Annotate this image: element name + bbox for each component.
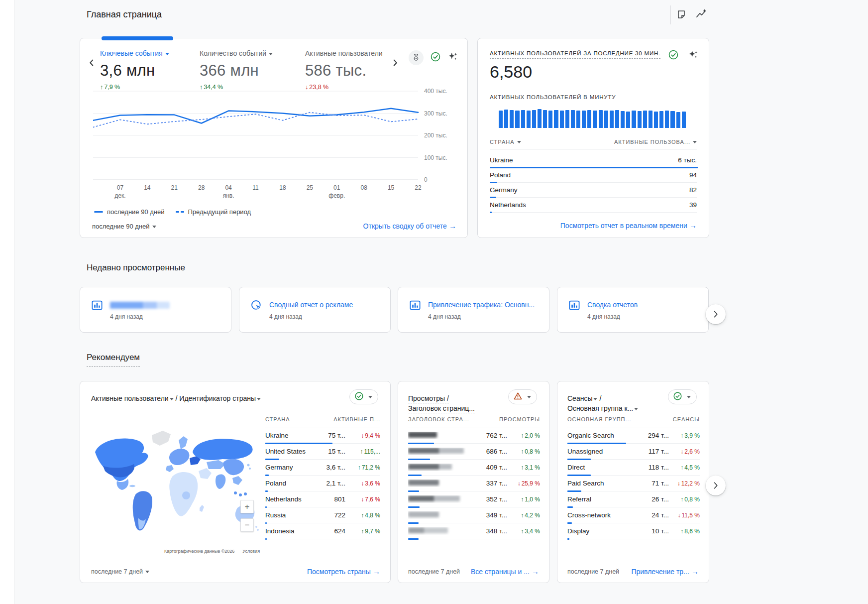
realtime-col-users[interactable]: АКТИВНЫЕ ПОЛЬЗОВА... [614,139,697,145]
table-row: Germany82 [490,183,697,198]
metric-value: 366 млн [200,62,299,80]
table-row: 337 т...25,9 % [408,476,540,491]
dimension-selector[interactable]: Идентификатор страны [179,394,261,402]
table-row: Ukraine75 т...9,4 % [265,428,380,444]
realtime-active-users-value: 6,580 [490,62,532,82]
period-label[interactable]: последние 7 дней [567,568,619,575]
recommended-scroll-next-button[interactable] [706,476,726,495]
svg-text:янв.: янв. [223,192,234,199]
overview-metrics-card: Ключевые события 3,6 млн 7,9 % Количеств… [80,38,468,238]
col-header-sessions: СЕАНСЫ [673,416,700,424]
period-label[interactable]: последние 7 дней [408,568,460,575]
svg-text:300 тыс.: 300 тыс. [424,110,447,117]
gemini-sparkle-icon[interactable] [688,49,699,62]
chevron-down-icon [687,396,691,400]
status-ok-icon[interactable] [430,51,441,64]
svg-text:07: 07 [117,184,124,191]
recent-card-redacted[interactable]: 4 дня назад [80,287,231,333]
metrics-prev-chevron-icon[interactable] [85,56,98,69]
recent-card-traffic-acquisition[interactable]: Привлечение трафика: Основн... 4 дня наз… [398,287,549,333]
data-quality-pill[interactable] [668,389,697,404]
recommended-title: Рекомендуем [87,353,140,366]
legend-solid-swatch [94,211,103,213]
chevron-down-icon [368,396,372,400]
svg-text:дек.: дек. [114,192,125,199]
recently-viewed-title: Недавно просмотренные [87,263,185,273]
all-pages-link[interactable]: Все страницы и ... [471,567,539,576]
header-divider [670,5,671,24]
col-header-page-title: ЗАГОЛОВОК СТРА... [408,416,469,424]
table-row: Indonesia6249,7 % [265,523,380,539]
chevron-down-icon [693,141,697,145]
metric-event-count[interactable]: Количество событий 366 млн 34,4 % [200,49,299,91]
open-report-snapshot-link[interactable]: Открыть сводку об отчете [363,222,456,230]
recent-scroll-next-button[interactable] [706,304,726,324]
col-header-active-users: АКТИВНЫЕ П... [333,416,380,424]
bar-chart-icon [568,299,580,313]
table-row: Display10 т...8,6 % [567,523,700,539]
svg-text:28: 28 [198,184,205,191]
svg-text:01: 01 [333,184,340,191]
dimension-selector[interactable]: Активные пользователи [91,394,174,402]
table-row: 762 т...2,0 % [408,428,540,444]
map-zoom-in-button[interactable]: + [240,500,254,513]
notes-icon[interactable] [674,7,689,22]
metric-active-users[interactable]: Активные пользователи 586 тыс. 23,8 % [305,49,405,91]
ads-icon [250,299,262,313]
status-ok-icon[interactable] [668,49,679,62]
svg-text:18: 18 [279,184,286,191]
col-header-views: ПРОСМОТРЫ [499,416,540,424]
status-ok-icon [673,391,682,403]
insights-icon[interactable] [694,6,709,21]
view-countries-link[interactable]: Посмотреть страны [307,567,380,576]
map-attribution: Картографические данные ©2026 [164,549,234,554]
recent-card-reports-snapshot[interactable]: Сводка отчетов 4 дня назад [557,287,709,333]
svg-text:22: 22 [415,184,422,191]
metric-selector[interactable]: Сеансы [567,394,597,402]
table-row: Unassigned117 т...2,6 % [567,444,700,460]
data-quality-warning-pill[interactable] [508,389,537,404]
svg-text:0: 0 [424,176,428,183]
table-row: Referral26 т...0,8 % [567,491,700,507]
svg-text:21: 21 [171,184,178,191]
svg-text:25: 25 [307,184,314,191]
recent-card-ads-summary[interactable]: Сводный отчет о рекламе 4 дня назад [239,287,391,333]
dimension-selector[interactable]: Основная группа к... [567,404,638,412]
col-header-country: СТРАНА [265,416,290,424]
col-header-channel-group: ОСНОВНАЯ ГРУПП... [567,416,632,424]
view-realtime-report-link[interactable]: Посмотреть отчет в реальном времени [560,221,697,230]
traffic-acquisition-link[interactable]: Привлечение тр... [631,567,699,576]
bar-chart-icon [91,299,103,313]
realtime-col-country[interactable]: СТРАНА [490,139,521,145]
recommended-card-sessions-by-channel: Сеансы / Основная группа к... ОСНОВНАЯ Г… [557,381,709,583]
table-row: 686 т...0,8 % [408,444,540,460]
table-row: Netherlands39 [490,198,697,213]
carousel-active-indicator [102,36,173,40]
data-quality-pill[interactable] [349,389,378,404]
gemini-sparkle-icon[interactable] [447,51,458,64]
recommended-card-users-by-country: Активные пользователи / Идентификатор ст… [80,381,391,583]
table-row: 348 т...3,4 % [408,523,540,539]
per-minute-bar-chart [499,109,686,128]
benchmark-medal-icon[interactable] [409,50,424,65]
table-row: Cross-network24 т...11,5 % [567,507,700,523]
svg-text:08: 08 [360,184,367,191]
page-title: Главная страница [87,9,162,20]
table-row: Direct118 т...4,5 % [567,460,700,476]
chevron-down-icon [269,53,273,57]
table-row: 409 т...3,1 % [408,460,540,476]
period-selector[interactable]: последние 90 дней [92,223,156,230]
table-row: Organic Search294 т...3,9 % [567,428,700,444]
table-row: Ukraine6 тыс. [490,153,697,168]
world-map: + − Картографические данные ©2026 Услови… [88,420,261,555]
period-selector[interactable]: последние 7 дней [91,568,149,575]
chevron-down-icon [165,53,169,57]
svg-text:100 тыс.: 100 тыс. [424,154,447,161]
map-zoom-out-button[interactable]: − [240,518,254,532]
redacted-report-title [110,302,170,309]
svg-text:04: 04 [225,184,232,191]
metric-key-events[interactable]: Ключевые события 3,6 млн 7,9 % [100,49,200,91]
chart-legend: последние 90 дней Предыдущий период [94,208,251,216]
map-terms-link[interactable]: Условия [242,549,260,554]
table-row: Paid Search71 т...12,2 % [567,476,700,491]
